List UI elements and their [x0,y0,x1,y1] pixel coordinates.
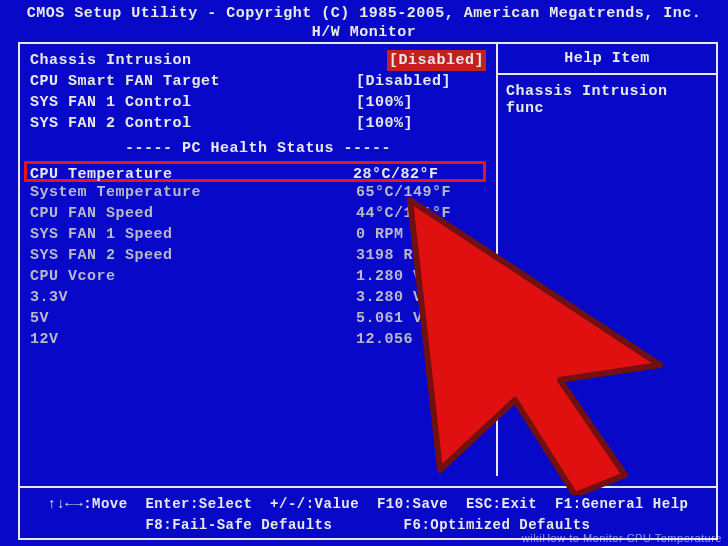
setting-chassis-intrusion[interactable]: Chassis Intrusion [Disabled] [30,50,486,71]
setting-value: [Disabled] [356,71,486,92]
setting-value: [Disabled] [387,50,486,71]
bios-title: CMOS Setup Utility - Copyright (C) 1985-… [0,4,728,23]
health-label: SYS FAN 1 Speed [30,224,356,245]
health-label: CPU Temperature [30,164,353,179]
health-value: 3198 RPM [356,245,486,266]
health-value: 28°C/82°F [353,164,483,179]
setting-label: SYS FAN 1 Control [30,92,356,113]
health-value: 44°C/111°F [356,203,486,224]
health-value: 1.280 V [356,266,486,287]
health-label: 5V [30,308,356,329]
setting-label: CPU Smart FAN Target [30,71,356,92]
help-panel: Help Item Chassis Intrusion func [496,44,716,476]
setting-sys-fan-2[interactable]: SYS FAN 2 Control [100%] [30,113,486,134]
health-label: CPU Vcore [30,266,356,287]
footer-line-2: F8:Fail-Safe Defaults F6:Optimized Defau… [145,517,590,533]
help-body: Chassis Intrusion func [506,83,708,117]
health-value: 65°C/149°F [356,182,486,203]
setting-label: Chassis Intrusion [30,50,387,71]
bios-page: H/W Monitor [0,23,728,42]
health-12v: 12V 12.056 V [30,329,486,350]
health-value: 5.061 V [356,308,486,329]
health-label: 12V [30,329,356,350]
setting-sys-fan-1[interactable]: SYS FAN 1 Control [100%] [30,92,486,113]
section-header: ----- PC Health Status ----- [30,140,486,157]
footer-line-1: ↑↓←→:Move Enter:Select +/-/:Value F10:Sa… [48,496,689,512]
health-label: 3.3V [30,287,356,308]
footer-keys: ↑↓←→:Move Enter:Select +/-/:Value F10:Sa… [20,486,716,538]
health-sys-fan-1-speed: SYS FAN 1 Speed 0 RPM [30,224,486,245]
health-label: System Temperature [30,182,356,203]
health-value: 12.056 V [356,329,486,350]
health-system-temp: System Temperature 65°C/149°F [30,182,486,203]
setting-value: [100%] [356,113,486,134]
health-value: 0 RPM [356,224,486,245]
help-title: Help Item [506,50,708,67]
health-label: CPU FAN Speed [30,203,356,224]
health-5v: 5V 5.061 V [30,308,486,329]
watermark: wikiHow to Monitor CPU Temperature [522,532,722,544]
settings-panel: Chassis Intrusion [Disabled] CPU Smart F… [20,44,496,476]
setting-label: SYS FAN 2 Control [30,113,356,134]
setting-cpu-smart-fan[interactable]: CPU Smart FAN Target [Disabled] [30,71,486,92]
setting-value: [100%] [356,92,486,113]
health-value: 3.280 V [356,287,486,308]
health-cpu-temp: CPU Temperature 28°C/82°F [24,161,486,182]
health-cpu-vcore: CPU Vcore 1.280 V [30,266,486,287]
health-3v3: 3.3V 3.280 V [30,287,486,308]
health-sys-fan-2-speed: SYS FAN 2 Speed 3198 RPM [30,245,486,266]
health-cpu-fan-speed: CPU FAN Speed 44°C/111°F [30,203,486,224]
health-label: SYS FAN 2 Speed [30,245,356,266]
